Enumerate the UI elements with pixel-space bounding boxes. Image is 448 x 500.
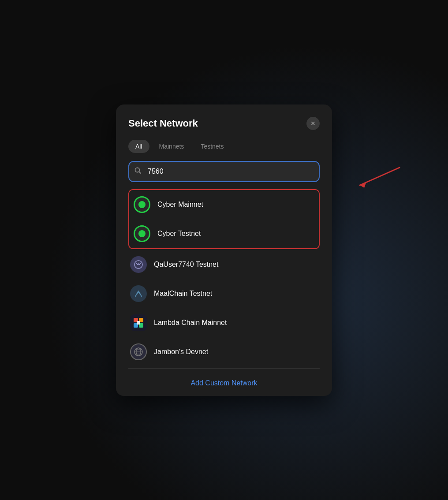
network-name: Cyber Testnet xyxy=(157,230,201,238)
network-name: Jambon's Devnet xyxy=(154,348,208,356)
search-container xyxy=(128,161,320,182)
arrow-annotation xyxy=(347,163,404,198)
network-name: Cyber Mainnet xyxy=(157,201,203,209)
modal-title: Select Network xyxy=(128,118,198,129)
filter-tabs: All Mainnets Testnets xyxy=(128,140,320,153)
modal-overlay: Select Network ✕ All Mainnets Testnets xyxy=(116,104,332,396)
svg-line-0 xyxy=(360,168,399,185)
cyber-mainnet-icon xyxy=(134,196,150,213)
tab-all[interactable]: All xyxy=(128,140,149,153)
svg-line-3 xyxy=(139,172,141,173)
list-item[interactable]: Cyber Testnet xyxy=(129,219,319,248)
jambon-icon xyxy=(130,343,147,360)
list-item[interactable]: Jambon's Devnet xyxy=(128,337,320,366)
select-network-modal: Select Network ✕ All Mainnets Testnets xyxy=(116,104,332,396)
list-item[interactable]: QaUser7740 Testnet xyxy=(128,250,320,279)
maalchain-icon xyxy=(130,285,147,302)
network-name: QaUser7740 Testnet xyxy=(154,261,218,269)
add-custom-network-button[interactable]: Add Custom Network xyxy=(128,370,320,396)
tab-mainnets[interactable]: Mainnets xyxy=(152,140,191,153)
cyber-testnet-icon xyxy=(134,225,150,242)
list-item[interactable]: MaalChain Testnet xyxy=(128,279,320,308)
modal-header: Select Network ✕ xyxy=(128,117,320,130)
network-name: MaalChain Testnet xyxy=(154,290,212,298)
search-icon xyxy=(134,167,142,176)
search-input[interactable] xyxy=(128,161,320,182)
lambda-icon xyxy=(130,314,147,331)
network-name: Lambda Chain Mainnet xyxy=(154,319,227,327)
highlighted-network-group: Cyber Mainnet Cyber Testnet xyxy=(128,189,320,249)
list-item[interactable]: Lambda Chain Mainnet xyxy=(128,308,320,337)
tab-testnets[interactable]: Testnets xyxy=(194,140,231,153)
close-button[interactable]: ✕ xyxy=(306,117,320,130)
qauser-icon xyxy=(130,256,147,273)
network-list: Cyber Mainnet Cyber Testnet xyxy=(128,189,320,366)
svg-marker-1 xyxy=(360,182,366,188)
svg-rect-9 xyxy=(137,321,140,325)
divider xyxy=(128,368,320,369)
list-item[interactable]: Cyber Mainnet xyxy=(129,190,319,219)
